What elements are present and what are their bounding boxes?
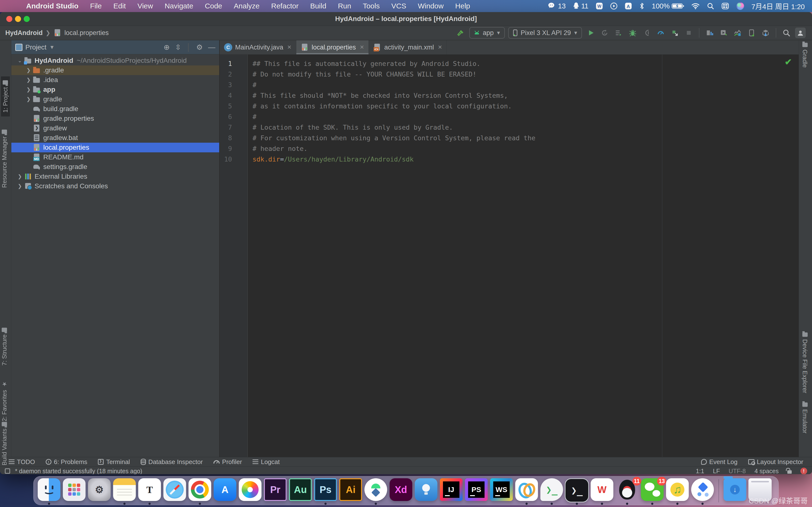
- dock-item-premiere-pro[interactable]: Pr: [263, 478, 288, 505]
- tree-row[interactable]: gradle.properties: [11, 114, 219, 123]
- tree-row[interactable]: ❯app: [11, 85, 219, 95]
- status-message[interactable]: * daemon started successfully (18 minute…: [15, 468, 142, 474]
- panel-settings-button[interactable]: ⚙: [196, 43, 203, 51]
- tool-button-emulator[interactable]: Emulator: [801, 402, 808, 433]
- tree-row[interactable]: ⌄HydAndroid~/AndroidStudioProjects/HydAn…: [11, 56, 219, 65]
- bluetooth-icon[interactable]: [639, 2, 645, 10]
- dock-item-app-store[interactable]: A: [212, 478, 238, 505]
- device-select[interactable]: Pixel 3 XL API 29 ▼: [508, 27, 582, 39]
- tree-row[interactable]: gradlew.bat: [11, 133, 219, 143]
- tree-row[interactable]: README.md: [11, 152, 219, 162]
- dock-item-system-preferences[interactable]: ⚙: [87, 478, 112, 505]
- tool-window-button-terminal[interactable]: Terminal: [98, 458, 130, 466]
- app-menu[interactable]: Android Studio: [20, 2, 84, 10]
- make-project-button[interactable]: [455, 27, 466, 38]
- profile-app-button[interactable]: [655, 27, 666, 38]
- dock-item-iterm[interactable]: ❯_: [564, 478, 590, 505]
- indent-setting[interactable]: 4 spaces: [755, 468, 779, 474]
- tree-chevron-icon[interactable]: ❯: [24, 96, 33, 102]
- run-configuration-select[interactable]: app ▼: [469, 27, 505, 39]
- dock-item-finder[interactable]: [37, 478, 62, 505]
- editor[interactable]: 12345678910 ## This file is automaticall…: [220, 55, 799, 457]
- menu-window[interactable]: Window: [412, 2, 450, 10]
- file-encoding[interactable]: UTF-8: [729, 468, 746, 474]
- avatar[interactable]: [795, 27, 806, 38]
- menu-code[interactable]: Code: [199, 2, 228, 10]
- code-area[interactable]: ## This file is automatically generated …: [248, 55, 799, 457]
- tree-chevron-icon[interactable]: ⌄: [16, 58, 24, 63]
- project-panel-title[interactable]: Project: [26, 44, 46, 51]
- dock-item-wechat[interactable]: 13: [640, 478, 665, 505]
- tree-chevron-icon[interactable]: ❯: [16, 183, 24, 189]
- dock-item-launchpad[interactable]: [62, 478, 87, 505]
- play-menu-icon[interactable]: [610, 2, 617, 10]
- menu-tools[interactable]: Tools: [357, 2, 386, 10]
- avd-manager-button[interactable]: [718, 27, 729, 38]
- dock-item-photos[interactable]: [238, 478, 263, 505]
- tree-row[interactable]: ❯Scratches and Consoles: [11, 181, 219, 191]
- device-manager-button[interactable]: [704, 27, 715, 38]
- hide-panel-button[interactable]: —: [208, 43, 215, 51]
- debug-button[interactable]: [627, 27, 638, 38]
- menu-analyze[interactable]: Analyze: [228, 2, 265, 10]
- menu-view[interactable]: View: [132, 2, 159, 10]
- apply-code-changes-button[interactable]: [669, 27, 680, 38]
- control-center-icon[interactable]: [721, 2, 729, 10]
- highlight-level-icon[interactable]: !: [800, 468, 807, 474]
- menu-edit[interactable]: Edit: [108, 2, 132, 10]
- sdk-manager-button[interactable]: [760, 27, 771, 38]
- dock-item-webstorm[interactable]: WS: [489, 478, 514, 505]
- stop-button[interactable]: [683, 27, 694, 38]
- tool-button--project[interactable]: 1: Project: [1, 76, 10, 117]
- tree-row[interactable]: ❯External Libraries: [11, 172, 219, 181]
- tab-MainActivity.java[interactable]: MainActivity.java✕: [220, 40, 296, 54]
- tool-window-button-logcat[interactable]: Logcat: [253, 458, 280, 466]
- dock-item-navicat[interactable]: [514, 478, 539, 505]
- tree-row[interactable]: ❯gradle: [11, 95, 219, 104]
- tool-button--favorites[interactable]: 2: Favorites★: [1, 381, 8, 421]
- dock-item-downloads[interactable]: [722, 478, 748, 505]
- tab-activity_main.xml[interactable]: activity_main.xml✕: [369, 40, 447, 54]
- tab-close-icon[interactable]: ✕: [438, 44, 442, 50]
- dock-item-pxcook[interactable]: [413, 478, 439, 505]
- caret-position[interactable]: 1:1: [696, 468, 704, 474]
- tool-button-build-variants[interactable]: Build Variants: [1, 422, 8, 465]
- tool-window-button-database-inspector[interactable]: Database Inspector: [141, 458, 203, 466]
- dock-item-android-studio[interactable]: [363, 478, 388, 505]
- wechat-status[interactable]: 13: [548, 2, 566, 10]
- tool-window-button--problems[interactable]: !6: Problems: [46, 458, 88, 466]
- collapse-all-button[interactable]: ⇳: [175, 43, 181, 51]
- attach-profiler-button[interactable]: [642, 27, 652, 38]
- tool-button-resource-manager[interactable]: Resource Manager: [1, 130, 8, 188]
- chevron-down-icon[interactable]: ▼: [49, 44, 55, 50]
- dock-item-photoshop[interactable]: Ps: [313, 478, 338, 505]
- apply-changes-button[interactable]: A: [599, 27, 610, 38]
- tree-row[interactable]: settings.gradle: [11, 162, 219, 172]
- tool-window-button-todo[interactable]: TODO: [9, 458, 35, 466]
- unlock-icon[interactable]: [788, 470, 792, 474]
- spotlight-search-icon[interactable]: [707, 2, 714, 10]
- dock-item-qq-music[interactable]: [665, 478, 690, 505]
- tree-chevron-icon[interactable]: ❯: [24, 87, 33, 93]
- dock-item-qq[interactable]: 11: [615, 478, 640, 505]
- tool-window-toggle-icon[interactable]: [5, 468, 10, 474]
- search-everywhere-button[interactable]: [781, 27, 792, 38]
- tree-row[interactable]: ❯.idea: [11, 75, 219, 85]
- tool-button-gradle[interactable]: Gradle: [801, 43, 808, 68]
- menu-help[interactable]: Help: [450, 2, 476, 10]
- menu-build[interactable]: Build: [304, 2, 332, 10]
- menu-run[interactable]: Run: [332, 2, 357, 10]
- run-button[interactable]: [585, 27, 596, 38]
- tab-local.properties[interactable]: local.properties✕: [296, 40, 369, 54]
- dock-item-chrome[interactable]: [187, 478, 212, 505]
- dock-item-safari[interactable]: [162, 478, 187, 505]
- run-with-coverage-button[interactable]: [613, 27, 624, 38]
- dock-item-phpstorm[interactable]: PS: [464, 478, 489, 505]
- tree-row[interactable]: gradlew: [11, 123, 219, 133]
- dock-item-intellij-idea[interactable]: IJ: [439, 478, 464, 505]
- tree-chevron-icon[interactable]: ❯: [16, 174, 24, 179]
- battery-status[interactable]: 100%: [652, 2, 684, 10]
- word-menu-icon[interactable]: W: [596, 2, 603, 10]
- dock-item-textedit[interactable]: T: [137, 478, 162, 505]
- locate-file-button[interactable]: ⊕: [164, 43, 170, 51]
